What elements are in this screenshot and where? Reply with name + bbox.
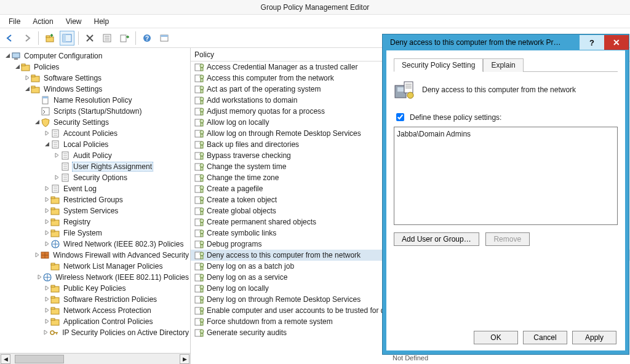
tree-item-software-restriction-policies[interactable]: Software Restriction Policies	[0, 294, 190, 305]
scroll-right-arrow[interactable]: ▶	[180, 354, 189, 364]
tree-item-registry[interactable]: Registry	[0, 216, 190, 228]
export-list-button[interactable]	[117, 31, 132, 46]
menu-action[interactable]: Action	[26, 15, 59, 28]
user-right-icon	[194, 272, 204, 282]
tree-item-security-options[interactable]: Security Options	[0, 172, 190, 183]
svg-rect-61	[51, 263, 55, 265]
menu-file[interactable]: File	[2, 15, 26, 28]
tree-item-restricted-groups[interactable]: Restricted Groups	[0, 194, 190, 205]
svg-point-144	[200, 318, 204, 322]
tree-item-file-system[interactable]: File System	[0, 228, 190, 239]
scroll-thumb[interactable]	[15, 355, 64, 363]
tree-item-name-resolution-policy[interactable]: Name Resolution Policy	[0, 95, 190, 106]
tree-icon	[60, 173, 70, 183]
tree-item-ip-security-policies[interactable]: IP Security Policies on Active Directory	[0, 327, 190, 338]
user-right-icon	[194, 140, 204, 149]
tree-item-local-policies[interactable]: Local Policies	[0, 139, 190, 150]
tree-item-network-access-protection[interactable]: Network Access Protection	[0, 305, 190, 316]
expander-icon[interactable]	[43, 141, 50, 148]
expander-icon[interactable]	[43, 285, 50, 292]
expander-icon[interactable]	[34, 252, 41, 259]
tree-item-software-settings[interactable]: Software Settings	[0, 73, 190, 84]
svg-rect-106	[201, 178, 203, 181]
delete-button[interactable]	[82, 31, 97, 46]
expander-icon[interactable]	[36, 274, 42, 281]
svg-rect-68	[51, 307, 55, 309]
menu-help[interactable]: Help	[88, 15, 116, 28]
expander-icon[interactable]	[14, 64, 21, 71]
users-groups-listbox[interactable]: Jabba\Domain Admins	[394, 127, 618, 225]
tree-item-user-rights-assignment[interactable]: User Rights Assignment	[0, 161, 190, 172]
expander-icon[interactable]	[43, 307, 50, 314]
dialog-policy-label: Deny access to this computer from the ne…	[422, 85, 576, 94]
show-hide-tree-button[interactable]	[60, 31, 74, 46]
dialog-title-bar[interactable]: Deny access to this computer from the ne…	[383, 34, 629, 50]
svg-point-141	[200, 307, 204, 311]
tree-icon	[60, 162, 70, 172]
expander-icon[interactable]	[43, 130, 50, 137]
tree-horizontal-scrollbar[interactable]: ◀ ▶	[0, 353, 190, 364]
tab-security-policy-setting[interactable]: Security Policy Setting	[394, 58, 483, 72]
tree-item-audit-policy[interactable]: Audit Policy	[0, 150, 190, 161]
scroll-left-arrow[interactable]: ◀	[1, 354, 10, 364]
properties-button[interactable]	[100, 31, 114, 46]
cancel-button[interactable]: Cancel	[523, 331, 567, 344]
menu-bar: File Action View Help	[0, 15, 630, 28]
list-status-text: Not Defined	[393, 354, 428, 362]
expander-icon[interactable]	[4, 53, 11, 60]
column-policy[interactable]: Policy	[194, 50, 214, 59]
svg-point-90	[200, 119, 204, 123]
expander-icon[interactable]	[43, 197, 50, 204]
tree-item-wireless-network[interactable]: Wireless Network (IEEE 802.11) Policies	[0, 272, 190, 283]
tree-body[interactable]: Computer ConfigurationPoliciesSoftware S…	[0, 48, 190, 353]
tree-item-public-key-policies[interactable]: Public Key Policies	[0, 283, 190, 294]
expander-icon[interactable]	[43, 219, 50, 226]
tree-item-application-control-policies[interactable]: Application Control Policies	[0, 316, 190, 327]
expander-icon[interactable]	[43, 230, 50, 237]
tree-item-windows-settings[interactable]: Windows Settings	[0, 84, 190, 95]
svg-point-99	[200, 152, 204, 156]
apply-button[interactable]: Apply	[572, 331, 616, 344]
expander-icon[interactable]	[53, 152, 60, 159]
list-label: Debug programs	[207, 240, 261, 248]
tab-explain[interactable]: Explain	[483, 58, 523, 72]
svg-rect-145	[201, 322, 203, 325]
tree-item-system-services[interactable]: System Services	[0, 205, 190, 216]
expander-icon[interactable]	[53, 175, 60, 181]
listbox-entry[interactable]: Jabba\Domain Admins	[397, 130, 615, 138]
tree-item-account-policies[interactable]: Account Policies	[0, 128, 190, 139]
dialog-close-button[interactable]: ✕	[604, 35, 629, 50]
expander-icon[interactable]	[43, 241, 50, 248]
tree-label: Event Log	[62, 184, 98, 193]
svg-point-111	[200, 197, 204, 200]
tree-item-wired-network[interactable]: Wired Network (IEEE 802.3) Policies	[0, 239, 190, 250]
ok-button[interactable]: OK	[474, 331, 518, 344]
nav-forward-button[interactable]	[20, 31, 34, 46]
expander-icon[interactable]	[33, 119, 41, 126]
expander-icon[interactable]	[43, 318, 50, 325]
tree-item-policies[interactable]: Policies	[0, 61, 190, 73]
expander-icon[interactable]	[42, 330, 49, 336]
menu-view[interactable]: View	[60, 15, 88, 28]
tree-item-event-log[interactable]: Event Log	[0, 183, 190, 194]
expander-icon[interactable]	[23, 75, 31, 82]
add-user-or-group-button[interactable]: Add User or Group…	[394, 232, 479, 246]
tree-item-scripts[interactable]: Scripts (Startup/Shutdown)	[0, 106, 190, 117]
list-label: Adjust memory quotas for a process	[207, 107, 325, 116]
expander-icon[interactable]	[43, 186, 50, 192]
define-policy-checkbox[interactable]	[396, 113, 404, 121]
help-button[interactable]: ?	[140, 31, 154, 46]
tree-item-network-list-manager[interactable]: Network List Manager Policies	[0, 261, 190, 272]
tree-item-security-settings[interactable]: Security Settings	[0, 117, 190, 128]
expander-icon[interactable]	[43, 208, 50, 215]
remove-button[interactable]: Remove	[485, 232, 530, 246]
svg-rect-16	[22, 64, 25, 66]
tree-item-computer-configuration[interactable]: Computer Configuration	[0, 50, 190, 61]
tree-item-windows-firewall[interactable]: Windows Firewall with Advanced Security	[0, 250, 190, 261]
dialog-help-button[interactable]: ?	[580, 35, 604, 50]
up-one-level-button[interactable]	[42, 31, 57, 46]
filter-button[interactable]	[157, 31, 172, 46]
expander-icon[interactable]	[23, 86, 31, 93]
nav-back-button[interactable]	[2, 31, 17, 46]
expander-icon[interactable]	[43, 296, 50, 303]
